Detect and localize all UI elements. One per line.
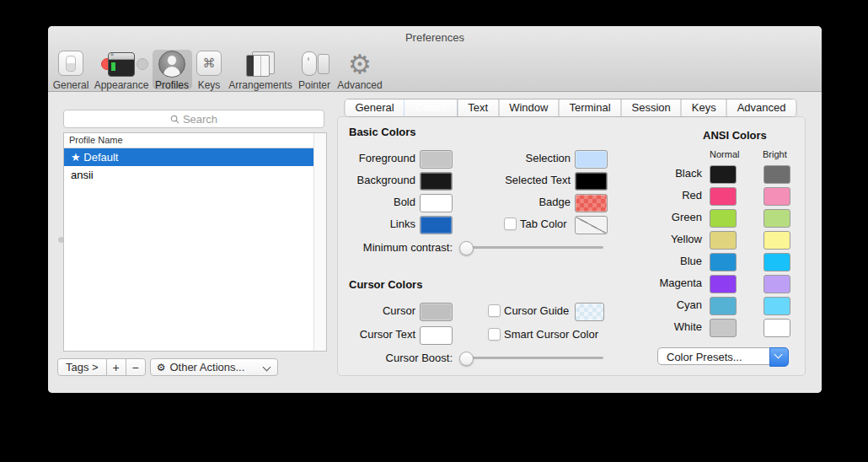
basic-colors-title: Basic Colors xyxy=(349,126,415,138)
ansi-green-normal-swatch[interactable] xyxy=(710,209,737,228)
tab-general[interactable]: General xyxy=(345,99,404,116)
links-swatch[interactable] xyxy=(420,216,453,234)
selected-text-label: Selected Text xyxy=(456,174,571,187)
ansi-blue-label: Blue xyxy=(618,255,702,268)
cursor-guide-label: Cursor Guide xyxy=(504,304,569,318)
color-presets-dropdown[interactable]: Color Presets... xyxy=(657,347,789,365)
tab-colors[interactable]: Colors xyxy=(405,99,458,116)
smart-cursor-label: Smart Cursor Color xyxy=(504,328,598,341)
ansi-blue-bright-swatch[interactable] xyxy=(764,253,790,271)
ansi-normal-header: Normal xyxy=(710,149,739,159)
remove-profile-button[interactable]: − xyxy=(126,358,146,376)
tab-advanced[interactable]: Advanced xyxy=(726,99,796,116)
selection-label: Selection xyxy=(456,152,571,165)
selected-text-swatch[interactable] xyxy=(575,172,608,191)
tab-text[interactable]: Text xyxy=(457,99,498,116)
chevron-down-icon xyxy=(774,351,783,359)
ansi-cyan-bright-swatch[interactable] xyxy=(764,297,790,315)
cursor-colors-title: Cursor Colors xyxy=(349,278,422,291)
ansi-white-normal-swatch[interactable] xyxy=(710,319,737,337)
ansi-white-bright-swatch[interactable] xyxy=(764,319,790,337)
tab-terminal[interactable]: Terminal xyxy=(558,99,620,116)
ansi-black-normal-swatch[interactable] xyxy=(710,165,737,184)
ansi-red-bright-swatch[interactable] xyxy=(764,187,790,206)
add-profile-button[interactable]: + xyxy=(107,358,126,376)
foreground-label: Foreground xyxy=(338,152,415,165)
profile-buttons-group: Tags > + − xyxy=(57,358,146,376)
profile-list: Profile Name ★ Default ansii xyxy=(63,132,327,352)
ansi-colors-title: ANSI Colors xyxy=(703,129,767,142)
other-actions-popup[interactable]: ⚙ Other Actions... xyxy=(150,358,278,376)
ansi-black-bright-swatch[interactable] xyxy=(764,165,790,184)
badge-swatch[interactable] xyxy=(575,194,608,212)
ansi-white-label: White xyxy=(618,320,702,334)
tab-color-swatch[interactable] xyxy=(575,216,608,234)
minimum-contrast-slider-knob[interactable] xyxy=(459,241,474,255)
chevron-down-icon xyxy=(262,363,271,372)
cursor-boost-slider-knob[interactable] xyxy=(459,352,474,366)
tab-color-label: Tab Color xyxy=(520,218,567,231)
dropdown-arrow-button xyxy=(769,347,789,367)
actions-gear-icon: ⚙ xyxy=(157,362,166,373)
tab-keys[interactable]: Keys xyxy=(681,99,726,116)
background-label: Background xyxy=(338,174,415,187)
profile-actions-row: Tags > + − ⚙ Other Actions... xyxy=(57,358,278,376)
advanced-gear-icon: ⚙ xyxy=(348,51,372,78)
cursor-boost-label: Cursor Boost: xyxy=(338,352,453,365)
ansi-magenta-bright-swatch[interactable] xyxy=(764,275,790,293)
colors-panel: Basic Colors Foreground Background Bold … xyxy=(337,116,806,376)
tab-color-checkbox[interactable] xyxy=(504,218,517,230)
tab-window[interactable]: Window xyxy=(498,99,558,116)
tab-session[interactable]: Session xyxy=(621,99,681,116)
ansi-blue-normal-swatch[interactable] xyxy=(710,253,737,271)
bold-swatch[interactable] xyxy=(420,194,453,212)
cursor-text-label: Cursor Text xyxy=(338,328,415,341)
profile-list-header[interactable]: Profile Name xyxy=(64,133,326,148)
ansi-magenta-normal-swatch[interactable] xyxy=(710,275,737,293)
search-icon xyxy=(170,115,179,124)
ansi-green-bright-swatch[interactable] xyxy=(764,209,790,228)
profile-row-ansii[interactable]: ansii xyxy=(64,166,313,184)
arrangements-icon xyxy=(246,51,275,77)
smart-cursor-checkbox[interactable] xyxy=(488,328,501,341)
ansi-green-label: Green xyxy=(618,211,702,224)
ansi-yellow-label: Yellow xyxy=(618,233,702,246)
foreground-swatch[interactable] xyxy=(420,150,453,169)
preferences-window: Preferences General × Appearance Profile… xyxy=(48,26,822,393)
ansi-yellow-normal-swatch[interactable] xyxy=(710,231,737,250)
cursor-boost-slider-track[interactable] xyxy=(460,357,603,359)
minimum-contrast-label: Minimum contrast: xyxy=(338,241,453,255)
search-placeholder: Search xyxy=(183,113,217,126)
settings-tabbar: General Colors Text Window Terminal Sess… xyxy=(344,99,796,117)
ansi-red-label: Red xyxy=(618,189,702,202)
other-actions-label: Other Actions... xyxy=(169,361,244,373)
background-swatch[interactable] xyxy=(420,172,453,191)
ansi-cyan-label: Cyan xyxy=(618,298,702,312)
ansi-red-normal-swatch[interactable] xyxy=(710,187,737,206)
cursor-guide-swatch[interactable] xyxy=(575,303,604,321)
ansi-cyan-normal-swatch[interactable] xyxy=(710,297,737,315)
cursor-swatch[interactable] xyxy=(420,303,453,321)
content-area: Search Profile Name ★ Default ansii Tags… xyxy=(48,92,822,393)
cursor-text-swatch[interactable] xyxy=(420,326,453,345)
toolbar-item-advanced[interactable]: ⚙ Advanced xyxy=(324,50,395,89)
titlebar-toolbar: Preferences General × Appearance Profile… xyxy=(48,26,822,92)
cursor-label: Cursor xyxy=(338,304,415,318)
profile-list-scrollbar[interactable] xyxy=(313,133,326,351)
general-icon xyxy=(58,51,83,76)
ansi-magenta-label: Magenta xyxy=(618,277,702,290)
ansi-yellow-bright-swatch[interactable] xyxy=(764,231,790,250)
keys-icon: ⌘ xyxy=(196,51,222,76)
ansi-bright-header: Bright xyxy=(763,149,787,159)
bold-label: Bold xyxy=(338,196,415,209)
appearance-icon: × xyxy=(108,51,135,77)
ansi-black-label: Black xyxy=(618,167,702,180)
color-presets-label: Color Presets... xyxy=(667,351,742,363)
cursor-guide-checkbox[interactable] xyxy=(488,304,501,317)
search-input[interactable]: Search xyxy=(63,110,324,128)
selection-swatch[interactable] xyxy=(575,150,608,169)
tags-button[interactable]: Tags > xyxy=(57,358,107,376)
badge-label: Badge xyxy=(456,196,571,209)
profile-row-default[interactable]: ★ Default xyxy=(64,148,313,166)
minimum-contrast-slider-track[interactable] xyxy=(460,246,603,249)
